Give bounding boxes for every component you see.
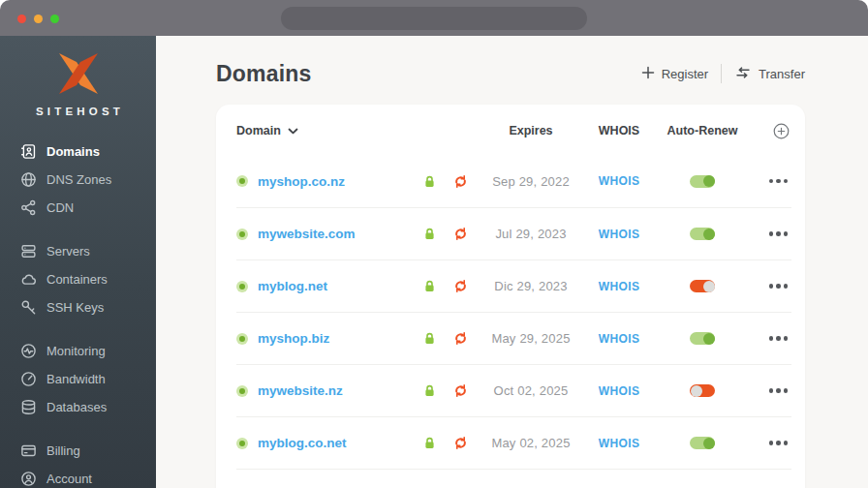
column-header-domain-label: Domain [236,124,281,137]
domains-table-card: Domain Expires WHOIS Auto-Renew [216,105,805,488]
user-circle-icon [20,471,37,487]
table-row: myshop.bizMay 29, 2025WHOIS [236,312,791,364]
sidebar-item-label: Bandwidth [46,372,106,386]
auto-renew-toggle[interactable] [690,384,715,397]
whois-link[interactable]: WHOIS [583,174,655,188]
row-menu-button[interactable] [769,437,789,449]
expires-date: Dic 29, 2023 [479,279,583,293]
domain-link[interactable]: mywebsite.com [258,227,417,241]
table-row: myblog.netDic 29, 2023WHOIS [236,259,791,312]
sidebar-item-label: Containers [46,272,108,287]
database-icon [20,399,37,415]
sidebar-item-dns-zones[interactable]: DNS Zones [0,166,156,194]
minimize-window-button[interactable] [34,15,43,23]
column-header-domain[interactable]: Domain [236,124,417,137]
auto-renew-toggle[interactable] [690,437,715,449]
register-button[interactable]: Register [641,66,708,82]
titlebar-pill [281,7,587,30]
sidebar-item-label: SSH Keys [46,300,104,315]
sidebar-item-label: CDN [46,200,74,215]
sidebar-item-label: Domains [46,144,100,159]
status-dot [236,333,248,345]
cloud-icon [20,271,37,288]
column-header-expires: Expires [479,124,583,137]
row-menu-button[interactable] [769,175,789,188]
sidebar-nav: DomainsDNS ZonesCDNServersContainersSSH … [0,137,156,488]
page-title: Domains [216,61,312,87]
transfer-arrows-icon [734,67,752,81]
brand-name: SITEHOST [32,106,124,117]
whois-link[interactable]: WHOIS [583,332,655,346]
key-icon [20,299,37,316]
status-dot [236,229,248,240]
column-header-auto-renew: Auto-Renew [655,124,750,137]
app-window: SITEHOST DomainsDNS ZonesCDNServersConta… [0,0,868,488]
whois-link[interactable]: WHOIS [583,437,655,450]
lock-icon [417,383,442,398]
table-header-row: Domain Expires WHOIS Auto-Renew [236,107,791,155]
row-menu-button[interactable] [769,228,789,240]
register-button-label: Register [662,67,708,81]
expires-date: Jul 29, 2023 [479,227,583,241]
auto-renew-toggle[interactable] [690,280,715,292]
sidebar-item-account[interactable]: Account [0,465,156,488]
column-header-whois: WHOIS [583,124,655,137]
sidebar-item-databases[interactable]: Databases [0,393,156,421]
sidebar-item-label: Monitoring [46,344,106,358]
plus-icon [641,66,655,82]
sidebar-item-label: Databases [46,400,107,414]
sidebar-item-label: Servers [46,244,90,259]
auto-renew-toggle[interactable] [690,175,715,188]
window-titlebar [0,0,868,36]
lock-icon [417,279,442,293]
sidebar-item-ssh-keys[interactable]: SSH Keys [0,293,156,321]
row-menu-button[interactable] [769,332,789,345]
sidebar-item-domains[interactable]: Domains [0,137,156,166]
expires-date: Sep 29, 2022 [479,174,583,189]
domain-link[interactable]: mywebsite.nz [258,383,417,398]
status-dot [236,281,248,292]
whois-link[interactable]: WHOIS [583,384,655,398]
whois-link[interactable]: WHOIS [583,280,655,293]
table-row: mywebsite.comJul 29, 2023WHOIS [236,207,791,259]
zoom-window-button[interactable] [50,15,59,23]
table-body: myshop.co.nzSep 29, 2022WHOISmywebsite.c… [236,155,791,488]
transfer-button[interactable]: Transfer [734,67,805,81]
sidebar-item-monitoring[interactable]: Monitoring [0,337,156,365]
sidebar-item-billing[interactable]: Billing [0,437,156,465]
share-nodes-icon [20,199,37,216]
domain-link[interactable]: myshop.biz [258,331,417,346]
domain-link[interactable]: myshop.co.nz [258,174,417,189]
row-menu-button[interactable] [769,280,789,292]
expires-date: May 02, 2025 [479,436,583,450]
sidebar-item-bandwidth[interactable]: Bandwidth [0,365,156,393]
sidebar-item-cdn[interactable]: CDN [0,194,156,222]
auto-renew-toggle[interactable] [690,332,715,345]
sidebar-item-label: DNS Zones [46,172,111,187]
actions-divider [721,64,722,83]
sidebar-item-containers[interactable]: Containers [0,265,156,293]
close-window-button[interactable] [17,15,26,23]
row-menu-button[interactable] [769,384,789,397]
credit-card-icon [20,442,37,459]
expires-date: Oct 02, 2025 [479,383,583,398]
renew-cycle-icon [442,279,479,293]
renew-cycle-icon [442,174,479,189]
domain-link[interactable]: myblog.co.net [258,436,417,450]
add-domain-button[interactable] [773,123,790,139]
globe-icon [20,171,37,188]
whois-link[interactable]: WHOIS [583,228,655,241]
transfer-button-label: Transfer [759,67,805,81]
address-book-icon [20,143,37,160]
sidebar-item-servers[interactable]: Servers [0,237,156,265]
lock-icon [417,436,442,450]
domain-link[interactable]: myblog.net [258,279,417,293]
renew-cycle-icon [442,383,479,398]
table-row: myshop.co.nzSep 29, 2022WHOIS [236,155,791,207]
table-row: myblog.co.netMay 02, 2025WHOIS [236,416,791,469]
renew-cycle-icon [442,436,479,450]
brand: SITEHOST [0,52,156,117]
table-row: myshop.comSep 02, 2026WHOIS [236,469,791,488]
auto-renew-toggle[interactable] [690,228,715,240]
monitor-pulse-icon [20,343,37,359]
